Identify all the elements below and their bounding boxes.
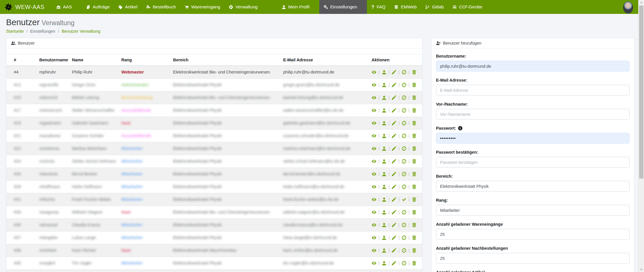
eye-icon[interactable] — [372, 210, 376, 215]
eye-icon[interactable] — [372, 248, 376, 253]
user-icon[interactable] — [382, 82, 387, 87]
eye-icon[interactable] — [372, 159, 376, 164]
trash-icon[interactable] — [412, 108, 417, 113]
trash-icon[interactable] — [412, 146, 417, 151]
user-icon[interactable] — [382, 121, 387, 126]
user-icon[interactable] — [382, 70, 387, 75]
bereich-select[interactable]: Elektronikwerkstatt Physik — [436, 181, 630, 192]
ban-icon[interactable] — [402, 108, 407, 113]
trash-icon[interactable] — [412, 210, 417, 215]
trash-icon[interactable] — [412, 70, 417, 75]
ban-icon[interactable] — [402, 261, 407, 266]
user-icon[interactable] — [382, 133, 387, 138]
ban-icon[interactable] — [402, 70, 407, 75]
user-icon[interactable] — [382, 235, 387, 240]
user-icon[interactable] — [382, 223, 387, 227]
rang-select[interactable]: Mitarbeiter — [436, 205, 630, 216]
ban-icon[interactable] — [402, 82, 407, 87]
breadcrumb-item-startseite[interactable]: Startseite — [6, 29, 24, 34]
trash-icon[interactable] — [412, 82, 417, 87]
user-icon[interactable] — [382, 210, 387, 215]
eye-icon[interactable] — [372, 108, 376, 113]
pencil-icon[interactable] — [391, 261, 396, 266]
nav-item-einstellungen[interactable]: Einstellungen — [319, 0, 367, 14]
nav-item-aas[interactable]: AAS — [52, 0, 82, 14]
eye-icon[interactable] — [372, 197, 376, 202]
user-icon[interactable] — [382, 146, 387, 151]
eye-icon[interactable] — [372, 121, 376, 126]
nav-item-bestellbuch[interactable]: Bestellbuch — [142, 0, 180, 14]
pencil-icon[interactable] — [391, 82, 396, 87]
ban-icon[interactable] — [402, 235, 407, 240]
user-icon[interactable] — [382, 184, 387, 189]
pencil-icon[interactable] — [391, 248, 396, 253]
ban-icon[interactable] — [402, 121, 407, 126]
eye-icon[interactable] — [372, 70, 376, 75]
pencil-icon[interactable] — [391, 172, 396, 177]
user-icon[interactable] — [382, 197, 387, 202]
eye-icon[interactable] — [372, 95, 376, 100]
info-icon[interactable] — [458, 126, 463, 131]
scrollbar-up-arrow[interactable]: ▲ — [639, 0, 644, 5]
eye-icon[interactable] — [372, 235, 376, 240]
pencil-icon[interactable] — [391, 121, 396, 126]
eye-icon[interactable] — [372, 172, 376, 177]
user-icon[interactable] — [382, 248, 387, 253]
trash-icon[interactable] — [412, 223, 417, 227]
trash-icon[interactable] — [412, 197, 417, 202]
breadcrumb-item-einstellungen[interactable]: Einstellungen — [30, 29, 55, 34]
app-brand[interactable]: WEW-AAS — [5, 3, 44, 11]
nav-item-emweb[interactable]: EMWeb — [390, 0, 421, 14]
passwort-input[interactable] — [436, 133, 630, 144]
user-avatar[interactable] — [623, 1, 633, 14]
email-input[interactable] — [436, 85, 630, 95]
user-icon[interactable] — [382, 159, 387, 164]
benutzername-input[interactable] — [436, 61, 630, 71]
trash-icon[interactable] — [412, 121, 417, 126]
eye-icon[interactable] — [372, 184, 376, 189]
ban-icon[interactable] — [402, 223, 407, 227]
user-icon[interactable] — [382, 172, 387, 177]
anzahl-wareneingaenge-input[interactable] — [436, 229, 630, 240]
ban-icon[interactable] — [402, 172, 407, 177]
eye-icon[interactable] — [372, 133, 376, 138]
vor-nachname-input[interactable] — [436, 109, 630, 120]
trash-icon[interactable] — [412, 261, 417, 266]
pencil-icon[interactable] — [391, 133, 396, 138]
eye-icon[interactable] — [372, 82, 376, 87]
ban-icon[interactable] — [402, 159, 407, 164]
pencil-icon[interactable] — [391, 95, 396, 100]
pencil-icon[interactable] — [391, 70, 396, 75]
eye-icon[interactable] — [372, 146, 376, 151]
user-icon[interactable] — [382, 95, 387, 100]
trash-icon[interactable] — [412, 172, 417, 177]
pencil-icon[interactable] — [391, 235, 396, 240]
user-icon[interactable] — [382, 108, 387, 113]
ban-icon[interactable] — [402, 184, 407, 189]
nav-item-wareneingang[interactable]: Wareneingang — [180, 0, 224, 14]
nav-item-auftr-ge[interactable]: Aufträge — [82, 0, 114, 14]
nav-item-gitlab[interactable]: Gitlab — [421, 0, 448, 14]
anzahl-nachbestellungen-input[interactable] — [436, 253, 630, 264]
pencil-icon[interactable] — [391, 146, 396, 151]
check-icon[interactable] — [402, 197, 407, 202]
nav-item-faq[interactable]: ?FAQ — [367, 0, 390, 14]
trash-icon[interactable] — [412, 159, 417, 164]
nav-item-verwaltung[interactable]: Verwaltung — [224, 0, 268, 14]
ban-icon[interactable] — [402, 95, 407, 100]
ban-icon[interactable] — [402, 210, 407, 215]
ban-icon[interactable] — [402, 146, 407, 151]
pencil-icon[interactable] — [391, 108, 396, 113]
ban-icon[interactable] — [402, 248, 407, 253]
trash-icon[interactable] — [412, 95, 417, 100]
pencil-icon[interactable] — [391, 184, 396, 189]
pencil-icon[interactable] — [391, 197, 396, 202]
trash-icon[interactable] — [412, 235, 417, 240]
passwort-bestaetigen-input[interactable] — [436, 157, 630, 168]
pencil-icon[interactable] — [391, 223, 396, 227]
user-icon[interactable] — [382, 261, 387, 266]
trash-icon[interactable] — [412, 133, 417, 138]
nav-item-mein-profil[interactable]: Mein Profil — [277, 0, 319, 14]
nav-item-co-ger-te[interactable]: CO²-Geräte — [448, 0, 487, 14]
trash-icon[interactable] — [412, 248, 417, 253]
